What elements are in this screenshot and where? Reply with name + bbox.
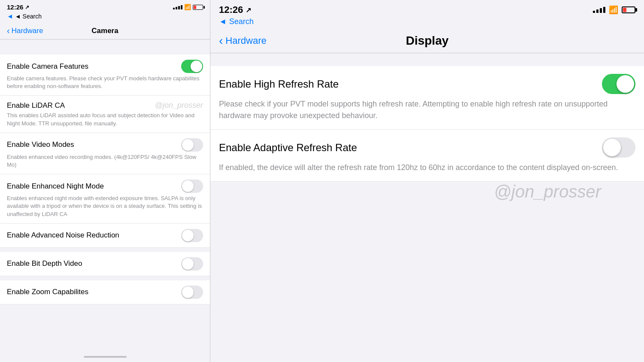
settings-list-left: Enable Camera Features Enable camera fea… bbox=[0, 40, 210, 362]
section-spacer-top bbox=[0, 40, 210, 55]
section-spacer-mid bbox=[0, 248, 210, 252]
toggle-knob-bit-depth-video bbox=[182, 258, 194, 270]
location-arrow-left: ↗ bbox=[25, 4, 29, 10]
status-icons-right: 📶 bbox=[593, 5, 635, 15]
setting-desc-camera-features: Enable camera features. Please check you… bbox=[7, 75, 203, 90]
setting-enable-bit-depth-video: Enable Bit Depth Video bbox=[0, 252, 210, 276]
setting-desc-enhanced-night-mode: Enables enhanced night mode with extende… bbox=[7, 195, 203, 218]
setting-label-adaptive-refresh-rate: Enable Adaptive Refresh Rate bbox=[219, 142, 357, 154]
toggle-zoom-capabilites[interactable] bbox=[181, 286, 203, 299]
nav-back-label-right: Hardware bbox=[225, 35, 266, 46]
nav-back-label-left: Hardware bbox=[12, 27, 43, 35]
search-back-label-right: Search bbox=[229, 17, 254, 26]
status-bar-left: 12:26 ↗ 📶 bbox=[0, 0, 210, 12]
battery-icon-left bbox=[193, 5, 203, 10]
home-indicator-left bbox=[0, 356, 210, 362]
toggle-knob-advanced-noise-reduction bbox=[182, 230, 194, 241]
right-content: Enable High Refresh Rate Please check if… bbox=[210, 53, 644, 362]
nav-title-right: Display bbox=[406, 34, 449, 48]
toggle-video-modes[interactable] bbox=[181, 138, 203, 152]
toggle-enhanced-night-mode[interactable] bbox=[181, 179, 203, 193]
nav-back-right[interactable]: ‹ Hardware bbox=[219, 34, 267, 48]
toggle-adaptive-refresh-rate[interactable] bbox=[602, 137, 635, 158]
search-back-left[interactable]: ◄ ◄ Search bbox=[0, 12, 210, 22]
setting-enable-high-refresh-rate: Enable High Refresh Rate Please check if… bbox=[210, 66, 644, 130]
time-left: 12:26 ↗ bbox=[7, 3, 29, 11]
nav-back-chevron-right: ‹ bbox=[219, 34, 223, 48]
nav-bar-left: ‹ Hardware Camera bbox=[0, 22, 210, 40]
setting-label-lidar-ca: Enable LiDAR CA bbox=[7, 101, 65, 110]
wifi-icon-left: 📶 bbox=[184, 4, 191, 10]
status-icons-left: 📶 bbox=[173, 4, 203, 10]
setting-enable-enhanced-night-mode: Enable Enhanced Night Mode Enables enhan… bbox=[0, 174, 210, 224]
time-text-right: 12:26 bbox=[219, 4, 243, 15]
status-bar-right: 12:26 ↗ 📶 bbox=[210, 0, 644, 17]
toggle-high-refresh-rate[interactable] bbox=[602, 74, 635, 94]
setting-label-high-refresh-rate: Enable High Refresh Rate bbox=[219, 78, 339, 90]
setting-enable-zoom-capabilites: Enable Zoom Capabilites bbox=[0, 280, 210, 304]
setting-enable-video-modes: Enable Video Modes Enables enhanced vide… bbox=[0, 133, 210, 174]
setting-enable-lidar-ca: Enable LiDAR CA @jon_prosser This enable… bbox=[0, 96, 210, 133]
signal-icon-right bbox=[593, 7, 605, 13]
toggle-knob-high-refresh-rate bbox=[617, 75, 634, 93]
search-back-right[interactable]: ◄ Search bbox=[210, 17, 644, 30]
setting-label-advanced-noise-reduction: Enable Advanced Noise Reduction bbox=[7, 231, 119, 240]
setting-label-bit-depth-video: Enable Bit Depth Video bbox=[7, 259, 82, 268]
nav-title-left: Camera bbox=[91, 27, 118, 35]
left-panel: 12:26 ↗ 📶 ◄ ◄ Search ‹ Hardware Camera bbox=[0, 0, 210, 362]
setting-enable-adaptive-refresh-rate: Enable Adaptive Refresh Rate If enabled,… bbox=[210, 130, 644, 182]
setting-enable-advanced-noise-reduction: Enable Advanced Noise Reduction bbox=[0, 224, 210, 248]
toggle-camera-features[interactable] bbox=[181, 60, 203, 73]
signal-icon-left bbox=[173, 5, 182, 9]
right-panel: 12:26 ↗ 📶 ◄ Search ‹ Hardware Display bbox=[210, 0, 644, 362]
right-section-spacer-top bbox=[210, 53, 644, 66]
battery-fill-right bbox=[623, 8, 626, 12]
setting-label-camera-features: Enable Camera Features bbox=[7, 62, 88, 71]
setting-desc-high-refresh-rate: Please check if your PVT model supports … bbox=[219, 98, 635, 122]
bottom-spacer-left bbox=[0, 304, 210, 356]
location-arrow-right: ↗ bbox=[246, 6, 251, 14]
toggle-knob-zoom-capabilites bbox=[182, 286, 194, 298]
bottom-spacer-right bbox=[210, 182, 644, 268]
battery-icon-right bbox=[622, 6, 635, 13]
search-back-label-left: ◄ Search bbox=[15, 13, 42, 20]
toggle-advanced-noise-reduction[interactable] bbox=[181, 229, 203, 242]
toggle-knob-adaptive-refresh-rate bbox=[603, 139, 621, 156]
search-back-chevron-left: ◄ bbox=[7, 12, 13, 20]
setting-label-video-modes: Enable Video Modes bbox=[7, 140, 74, 149]
toggle-knob-enhanced-night-mode bbox=[182, 180, 194, 192]
setting-desc-video-modes: Enables enhanced video recording modes. … bbox=[7, 153, 203, 169]
toggle-knob-video-modes bbox=[182, 139, 194, 151]
watermark-lidar: @jon_prosser bbox=[155, 101, 203, 110]
setting-desc-lidar-ca: This enables LiDAR assisted auto focus a… bbox=[7, 112, 203, 127]
setting-label-zoom-capabilites: Enable Zoom Capabilites bbox=[7, 288, 88, 296]
wifi-icon-right: 📶 bbox=[609, 5, 618, 15]
nav-back-left[interactable]: ‹ Hardware bbox=[7, 26, 43, 36]
setting-enable-camera-features: Enable Camera Features Enable camera fea… bbox=[0, 55, 210, 96]
nav-bar-right: ‹ Hardware Display bbox=[210, 30, 644, 53]
home-bar-left bbox=[84, 356, 127, 358]
battery-fill-left bbox=[194, 6, 196, 9]
setting-desc-adaptive-refresh-rate: If enabled, the device will alter the re… bbox=[219, 162, 635, 173]
time-text-left: 12:26 bbox=[7, 3, 23, 11]
spacer-bit-depth bbox=[0, 276, 210, 280]
nav-back-chevron-left: ‹ bbox=[7, 26, 10, 36]
toggle-knob-camera-features bbox=[191, 61, 202, 72]
search-back-chevron-right: ◄ bbox=[219, 17, 227, 26]
setting-label-enhanced-night-mode: Enable Enhanced Night Mode bbox=[7, 182, 104, 191]
toggle-bit-depth-video[interactable] bbox=[181, 257, 203, 271]
time-right: 12:26 ↗ bbox=[219, 4, 251, 15]
